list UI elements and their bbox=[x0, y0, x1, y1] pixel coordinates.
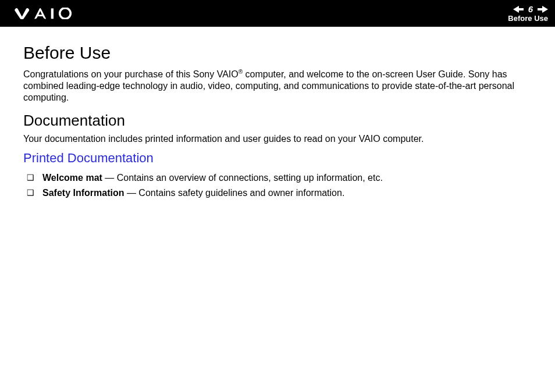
intro-paragraph: Congratulations on your purchase of this… bbox=[23, 69, 532, 104]
item-title: Safety Information bbox=[42, 188, 124, 198]
list-item: ❑ Welcome mat — Contains an overview of … bbox=[27, 170, 532, 186]
bullet-icon: ❑ bbox=[27, 170, 34, 185]
registered-mark: ® bbox=[239, 69, 243, 75]
page-nav: 6 Before Use bbox=[508, 5, 548, 22]
svg-point-1 bbox=[60, 8, 71, 19]
vaio-logo bbox=[13, 8, 83, 19]
item-desc: — Contains safety guidelines and owner i… bbox=[124, 188, 344, 198]
page-content: Before Use Congratulations on your purch… bbox=[0, 27, 555, 201]
svg-marker-2 bbox=[513, 6, 524, 13]
svg-rect-0 bbox=[51, 8, 54, 19]
bullet-icon: ❑ bbox=[27, 186, 34, 200]
documentation-paragraph: Your documentation includes printed info… bbox=[23, 133, 532, 145]
page-title: Before Use bbox=[23, 43, 532, 63]
page-header: 6 Before Use bbox=[0, 0, 555, 27]
prev-page-button[interactable] bbox=[513, 6, 524, 13]
item-desc: — Contains an overview of connections, s… bbox=[102, 173, 383, 183]
next-page-button[interactable] bbox=[538, 6, 548, 13]
printed-doc-list: ❑ Welcome mat — Contains an overview of … bbox=[23, 170, 532, 200]
svg-marker-3 bbox=[538, 6, 548, 13]
intro-text-pre: Congratulations on your purchase of this… bbox=[23, 69, 239, 79]
page-number: 6 bbox=[527, 5, 534, 13]
item-title: Welcome mat bbox=[42, 173, 102, 183]
section-label: Before Use bbox=[508, 15, 548, 22]
documentation-heading: Documentation bbox=[23, 112, 532, 130]
printed-documentation-heading: Printed Documentation bbox=[23, 151, 532, 166]
list-item: ❑ Safety Information — Contains safety g… bbox=[27, 186, 532, 201]
